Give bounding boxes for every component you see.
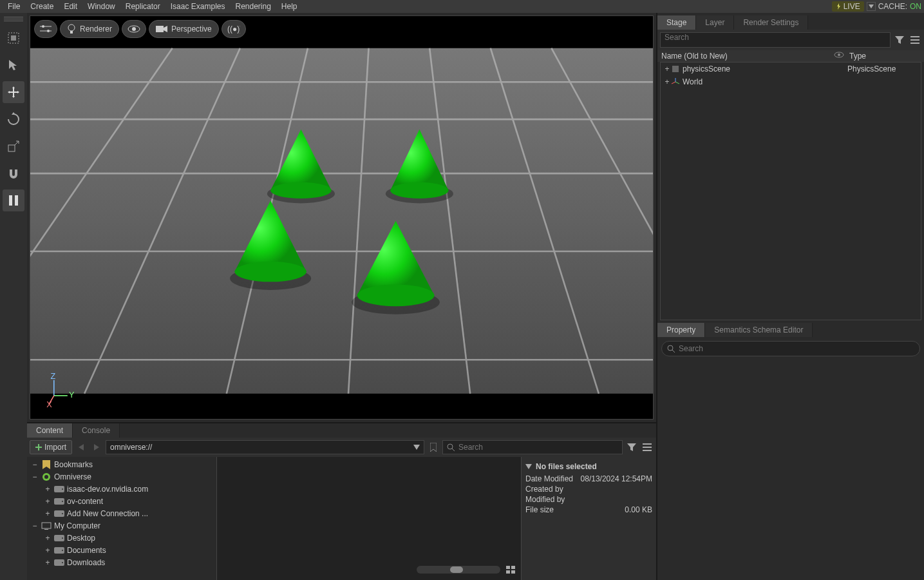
tree-toggle[interactable]: + bbox=[44, 534, 52, 543]
tab-property[interactable]: Property bbox=[657, 323, 705, 337]
tree-toggle[interactable]: + bbox=[44, 485, 52, 494]
xform-icon bbox=[671, 77, 680, 86]
collapse-icon[interactable] bbox=[525, 464, 532, 469]
nav-back[interactable] bbox=[75, 441, 88, 454]
toolbar-handle[interactable] bbox=[4, 15, 23, 22]
nav-forward[interactable] bbox=[90, 441, 103, 454]
tree-toggle[interactable]: − bbox=[31, 472, 39, 481]
tree-label: My Computer bbox=[54, 521, 100, 530]
content-details: No files selected Date Modified 08/13/20… bbox=[521, 457, 656, 580]
tree-item[interactable]: + Downloads bbox=[28, 556, 215, 568]
tab-semantics[interactable]: Semantics Schema Editor bbox=[705, 323, 813, 337]
menu-help[interactable]: Help bbox=[276, 2, 303, 11]
svg-point-49 bbox=[44, 475, 48, 479]
tree-item[interactable]: − Bookmarks bbox=[28, 458, 215, 470]
tab-stage[interactable]: Stage bbox=[657, 15, 696, 30]
cursor-icon bbox=[7, 59, 20, 72]
bookmark-button[interactable] bbox=[427, 441, 440, 454]
menu-rendering[interactable]: Rendering bbox=[230, 2, 276, 11]
svg-rect-1 bbox=[11, 35, 16, 41]
drive-icon bbox=[54, 547, 64, 554]
svg-point-53 bbox=[62, 501, 63, 502]
scale-icon bbox=[7, 140, 20, 153]
stage-col-name[interactable]: Name (Old to New) bbox=[661, 52, 834, 61]
stage-col-type[interactable]: Type bbox=[849, 52, 920, 61]
menu-file[interactable]: File bbox=[3, 2, 25, 11]
tree-toggle[interactable]: + bbox=[44, 546, 52, 555]
pause-icon bbox=[8, 195, 19, 206]
play-pause-tool[interactable] bbox=[3, 189, 24, 211]
content-search[interactable] bbox=[442, 440, 623, 454]
stage-filter-button[interactable] bbox=[893, 34, 906, 46]
stage-search-input[interactable] bbox=[665, 33, 886, 42]
audio-button[interactable]: ((●)) bbox=[222, 20, 246, 38]
move-tool[interactable] bbox=[3, 81, 24, 103]
svg-point-35 bbox=[234, 262, 306, 282]
camera-button[interactable]: Perspective bbox=[149, 20, 219, 38]
drive-icon bbox=[54, 559, 64, 566]
view-mode-button[interactable] bbox=[504, 563, 517, 576]
tree-toggle[interactable]: + bbox=[44, 497, 52, 506]
tree-toggle[interactable]: − bbox=[31, 460, 39, 469]
tab-render-settings[interactable]: Render Settings bbox=[734, 15, 808, 30]
tree-item[interactable]: − My Computer bbox=[28, 519, 215, 532]
viewport-settings-button[interactable] bbox=[34, 20, 57, 38]
tree-item[interactable]: + Add New Connection ... bbox=[28, 507, 215, 519]
tree-item[interactable]: + Documents bbox=[28, 544, 215, 556]
svg-point-72 bbox=[838, 53, 840, 56]
filter-button[interactable] bbox=[625, 441, 638, 454]
tree-toggle[interactable]: − bbox=[31, 521, 39, 530]
thumbnail-size-slider[interactable] bbox=[417, 566, 500, 574]
tab-content[interactable]: Content bbox=[27, 423, 73, 438]
live-dropdown[interactable] bbox=[867, 2, 876, 11]
property-search-input[interactable] bbox=[679, 344, 914, 353]
svg-text:Z: Z bbox=[51, 372, 56, 381]
svg-point-43 bbox=[448, 444, 453, 449]
stage-item-physicsscene[interactable]: + physicsScene PhysicsScene bbox=[661, 63, 921, 75]
stage-col-visibility[interactable] bbox=[834, 52, 849, 61]
tab-layer[interactable]: Layer bbox=[696, 15, 734, 30]
hamburger-icon bbox=[910, 36, 919, 44]
menu-isaac-examples[interactable]: Isaac Examples bbox=[165, 2, 231, 11]
lightbulb-icon bbox=[67, 24, 76, 34]
stage-item-world[interactable]: + World bbox=[661, 75, 921, 88]
renderer-button[interactable]: Renderer bbox=[60, 20, 119, 38]
menu-edit[interactable]: Edit bbox=[59, 2, 82, 11]
svg-rect-67 bbox=[511, 570, 515, 574]
expand-icon[interactable]: + bbox=[663, 77, 671, 86]
viewport-canvas[interactable]: Z Y X bbox=[30, 16, 653, 419]
date-modified-value: 08/13/2024 12:54PM bbox=[581, 474, 652, 483]
tab-console[interactable]: Console bbox=[73, 423, 120, 438]
tree-item[interactable]: + ov-content bbox=[28, 495, 215, 507]
svg-point-51 bbox=[62, 488, 63, 490]
scale-tool[interactable] bbox=[3, 135, 24, 157]
tree-label: Downloads bbox=[67, 558, 105, 567]
viewport[interactable]: Renderer Perspective ((●)) bbox=[30, 15, 654, 420]
visibility-button[interactable] bbox=[122, 20, 146, 38]
menu-replicator[interactable]: Replicator bbox=[120, 2, 165, 11]
menu-create[interactable]: Create bbox=[25, 2, 59, 11]
path-input[interactable]: omniverse:// bbox=[106, 440, 424, 454]
stage-search[interactable] bbox=[660, 32, 891, 48]
cursor-tool[interactable] bbox=[3, 54, 24, 76]
tree-toggle[interactable]: + bbox=[44, 558, 52, 567]
menu-window[interactable]: Window bbox=[82, 2, 120, 11]
svg-text:((●)): ((●)) bbox=[227, 24, 240, 34]
move-icon bbox=[6, 85, 21, 99]
live-badge[interactable]: LIVE bbox=[832, 1, 864, 12]
svg-line-76 bbox=[672, 82, 675, 84]
tree-toggle[interactable]: + bbox=[44, 509, 52, 518]
select-tool[interactable] bbox=[3, 27, 24, 49]
tree-item[interactable]: + Desktop bbox=[28, 532, 215, 544]
content-search-input[interactable] bbox=[458, 443, 618, 452]
content-grid[interactable] bbox=[217, 457, 521, 580]
tree-item[interactable]: − Omniverse bbox=[28, 470, 215, 483]
expand-icon[interactable]: + bbox=[663, 64, 671, 73]
snap-tool[interactable] bbox=[3, 162, 24, 184]
options-button[interactable] bbox=[641, 441, 654, 454]
tree-item[interactable]: + isaac-dev.ov.nvidia.com bbox=[28, 483, 215, 495]
import-button[interactable]: Import bbox=[30, 440, 72, 454]
rotate-tool[interactable] bbox=[3, 108, 24, 130]
chevron-down-icon bbox=[869, 5, 874, 8]
stage-options-button[interactable] bbox=[909, 34, 921, 46]
